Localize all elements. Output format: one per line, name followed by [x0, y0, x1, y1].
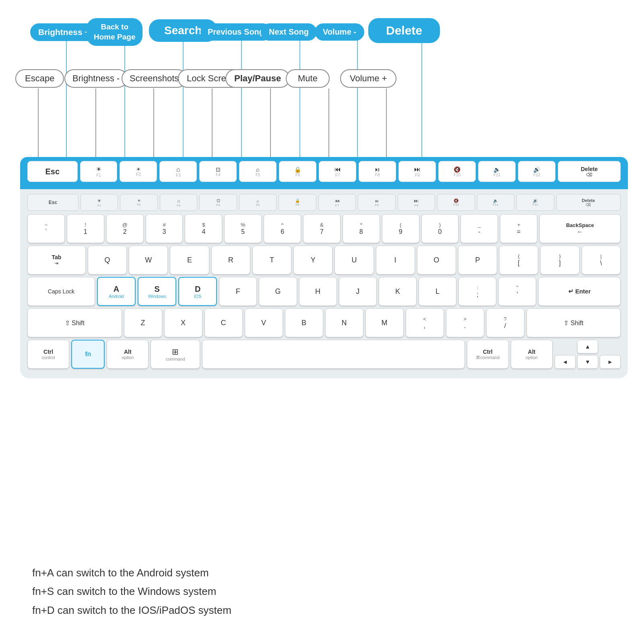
- key-ctrl-right[interactable]: Ctrl ⌘command: [467, 340, 509, 369]
- fn-key-f9[interactable]: ⏭ F9: [398, 161, 436, 182]
- f1-icon: ☀: [96, 165, 101, 173]
- fn-key-f3[interactable]: ⌂ F3: [159, 161, 197, 182]
- key-arrow-left[interactable]: ◄: [555, 355, 576, 369]
- fn-key-f7[interactable]: ⏮ F7: [319, 161, 356, 182]
- s-main: S: [154, 285, 159, 294]
- key-g[interactable]: G: [259, 277, 297, 306]
- fn-key-f5[interactable]: ⌕ F5: [239, 161, 277, 182]
- key-shift-right[interactable]: ⇧ Shift: [526, 308, 621, 337]
- fn-key-f10[interactable]: 🔇 F10: [438, 161, 476, 182]
- fn-sm-f1[interactable]: ☀ F1: [80, 194, 118, 211]
- key-backtick[interactable]: ~`: [27, 214, 65, 243]
- f5-num: F5: [256, 173, 260, 177]
- key-lbracket[interactable]: {[: [499, 246, 538, 275]
- key-alt-right[interactable]: Alt option: [511, 340, 553, 369]
- key-v[interactable]: V: [245, 308, 283, 337]
- key-o[interactable]: O: [417, 246, 456, 275]
- key-k[interactable]: K: [379, 277, 417, 306]
- key-quote[interactable]: "': [498, 277, 536, 306]
- key-r[interactable]: R: [211, 246, 250, 275]
- fn-key-f4[interactable]: ⊡ F4: [199, 161, 237, 182]
- key-l[interactable]: L: [419, 277, 456, 306]
- backspace-arrow: ←: [577, 228, 583, 235]
- key-6[interactable]: ^6: [264, 214, 301, 243]
- key-arrow-down[interactable]: ▼: [577, 355, 598, 369]
- key-comma[interactable]: <,: [406, 308, 444, 337]
- key-shift-left[interactable]: ⇧ Shift: [27, 308, 122, 337]
- fn-key-delete[interactable]: Delete ⌫: [558, 161, 621, 182]
- key-t[interactable]: T: [252, 246, 291, 275]
- fn-sm-f4[interactable]: ⊡ F4: [199, 194, 237, 211]
- key-enter[interactable]: ↵ Enter: [538, 277, 621, 306]
- fn-key-f1[interactable]: ☀ F1: [80, 161, 118, 182]
- key-w[interactable]: W: [129, 246, 168, 275]
- key-p[interactable]: P: [458, 246, 497, 275]
- key-3[interactable]: #3: [146, 214, 183, 243]
- key-9[interactable]: (9: [382, 214, 419, 243]
- key-2[interactable]: @2: [106, 214, 144, 243]
- key-tab[interactable]: Tab ⇥: [27, 246, 86, 275]
- key-win[interactable]: ⊞ command: [151, 340, 200, 369]
- key-equals[interactable]: +=: [500, 214, 537, 243]
- key-arrow-right[interactable]: ►: [600, 355, 621, 369]
- key-backspace[interactable]: BackSpace ←: [539, 214, 621, 243]
- key-rbracket[interactable]: }]: [540, 246, 579, 275]
- fn-key-f2[interactable]: ☀ F2: [120, 161, 157, 182]
- key-space[interactable]: [202, 340, 464, 369]
- key-u[interactable]: U: [334, 246, 374, 275]
- key-alt-left[interactable]: Alt option: [107, 340, 149, 369]
- key-s[interactable]: S Windows: [138, 277, 176, 306]
- key-x[interactable]: X: [164, 308, 202, 337]
- key-period[interactable]: >.: [446, 308, 484, 337]
- key-q[interactable]: Q: [88, 246, 127, 275]
- key-h[interactable]: H: [299, 277, 337, 306]
- key-z[interactable]: Z: [124, 308, 162, 337]
- fn-key-f12[interactable]: 🔊 F12: [518, 161, 555, 182]
- key-semicolon[interactable]: :;: [458, 277, 496, 306]
- key-j[interactable]: J: [339, 277, 377, 306]
- fn-sm-f5[interactable]: ⌕ F5: [239, 194, 277, 211]
- backspace-label: BackSpace: [566, 222, 594, 228]
- fn-key-f8[interactable]: ⏯ F8: [359, 161, 396, 182]
- key-8[interactable]: *8: [343, 214, 380, 243]
- key-d[interactable]: D iOS: [178, 277, 217, 306]
- key-slash[interactable]: ?/: [486, 308, 524, 337]
- key-i[interactable]: I: [376, 246, 415, 275]
- key-capslock[interactable]: Caps Lock: [27, 277, 95, 306]
- key-5[interactable]: %5: [224, 214, 262, 243]
- fn-sm-f9[interactable]: ⏭ F9: [398, 194, 435, 211]
- fn-sm-f12[interactable]: 🔊 F12: [516, 194, 554, 211]
- key-a[interactable]: A Android: [97, 277, 136, 306]
- fn-sm-f7[interactable]: ⏮ F7: [318, 194, 356, 211]
- fn-sm-f6[interactable]: 🔒 F6: [279, 194, 316, 211]
- fn-sm-f2[interactable]: ☀ F2: [120, 194, 157, 211]
- key-c[interactable]: C: [204, 308, 243, 337]
- fn-sm-del[interactable]: Delete ⌫: [556, 194, 621, 211]
- key-minus[interactable]: _-: [460, 214, 498, 243]
- key-f[interactable]: F: [219, 277, 257, 306]
- fn-sm-f8[interactable]: ⏯ F8: [358, 194, 395, 211]
- key-7[interactable]: &7: [303, 214, 341, 243]
- fn-sm-esc[interactable]: Esc: [27, 194, 78, 211]
- key-ctrl-left[interactable]: Ctrl control: [27, 340, 69, 369]
- key-1[interactable]: !1: [67, 214, 104, 243]
- fn-row-small: Esc ☀ F1 ☀ F2 ⌂ F3 ⊡ F4: [27, 194, 621, 211]
- key-y[interactable]: Y: [293, 246, 332, 275]
- key-b[interactable]: B: [285, 308, 323, 337]
- fn-sm-f11[interactable]: 🔉 F11: [477, 194, 514, 211]
- key-m[interactable]: M: [365, 308, 404, 337]
- fn-key-f6[interactable]: 🔒 F6: [279, 161, 316, 182]
- fn-key-esc[interactable]: Esc: [27, 161, 78, 182]
- key-fn[interactable]: fn: [71, 340, 105, 369]
- key-0[interactable]: )0: [421, 214, 459, 243]
- key-arrow-up[interactable]: ▲: [577, 340, 598, 353]
- key-e[interactable]: E: [170, 246, 209, 275]
- esc-label: Esc: [45, 167, 60, 176]
- key-backslash[interactable]: |\: [582, 246, 621, 275]
- fn-sm-f10[interactable]: 🔇 F10: [437, 194, 475, 211]
- f8-icon: ⏯: [374, 166, 380, 173]
- key-4[interactable]: $4: [185, 214, 222, 243]
- fn-key-f11[interactable]: 🔉 F11: [478, 161, 516, 182]
- fn-sm-f3[interactable]: ⌂ F3: [160, 194, 197, 211]
- key-n[interactable]: N: [325, 308, 363, 337]
